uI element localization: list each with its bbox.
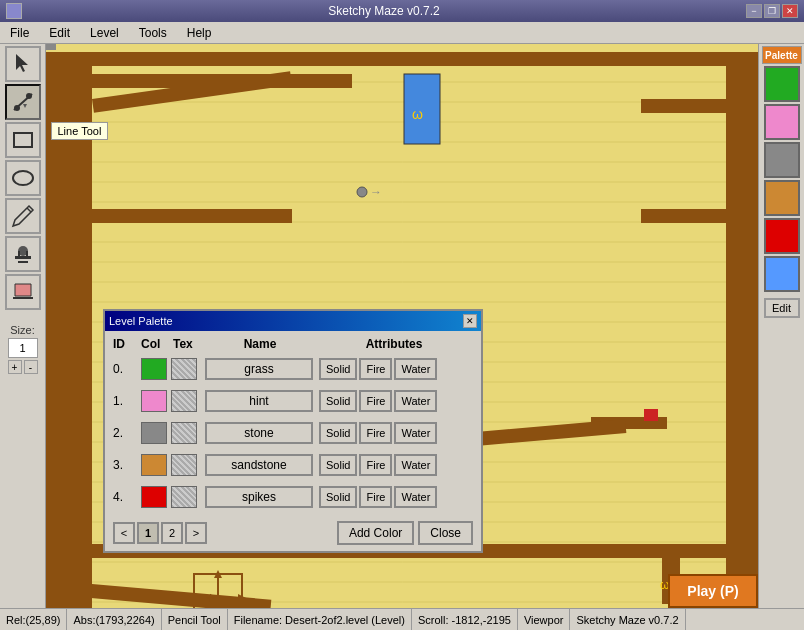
row-2-tex[interactable] xyxy=(171,422,197,444)
ellipse-tool-btn[interactable] xyxy=(5,160,41,196)
pencil-icon xyxy=(11,204,35,228)
row-0-water-btn[interactable]: Water xyxy=(394,358,437,380)
palette-color-orange[interactable] xyxy=(764,180,800,216)
svg-rect-16 xyxy=(92,74,352,88)
svg-text:✛: ✛ xyxy=(206,592,215,604)
close-dialog-btn[interactable]: Close xyxy=(418,521,473,545)
svg-marker-40 xyxy=(238,594,246,602)
row-1-color[interactable] xyxy=(141,390,167,412)
palette-row-3: 3. sandstone Solid Fire Water xyxy=(113,451,473,479)
palette-color-gray[interactable] xyxy=(764,142,800,178)
palette-header-label: Palette xyxy=(762,46,802,64)
svg-rect-26 xyxy=(641,99,726,113)
row-4-name-btn[interactable]: spikes xyxy=(205,486,313,508)
palette-row-4: 4. spikes Solid Fire Water xyxy=(113,483,473,511)
maximize-button[interactable]: ❐ xyxy=(764,4,780,18)
svg-text:ω: ω xyxy=(412,106,423,122)
row-1-fire-btn[interactable]: Fire xyxy=(359,390,392,412)
row-1-water-btn[interactable]: Water xyxy=(394,390,437,412)
menu-edit[interactable]: Edit xyxy=(43,24,76,42)
line-icon xyxy=(11,90,35,114)
canvas-area[interactable]: ω → ω xyxy=(46,44,758,608)
svg-point-2 xyxy=(26,93,32,99)
page-next-btn[interactable]: > xyxy=(185,522,207,544)
row-0-color[interactable] xyxy=(141,358,167,380)
row-4-id: 4. xyxy=(113,490,141,504)
rect-tool-btn[interactable] xyxy=(5,122,41,158)
palette-edit-btn[interactable]: Edit xyxy=(764,298,800,318)
dialog-header: ID Col Tex Name Attributes xyxy=(113,337,473,351)
row-3-color[interactable] xyxy=(141,454,167,476)
row-2-name-btn[interactable]: stone xyxy=(205,422,313,444)
palette-row-0: 0. grass Solid Fire Water xyxy=(113,355,473,383)
status-scroll: Scroll: -1812,-2195 xyxy=(412,609,518,630)
row-1-tex[interactable] xyxy=(171,390,197,412)
svg-rect-17 xyxy=(404,74,440,144)
row-3-fire-btn[interactable]: Fire xyxy=(359,454,392,476)
window-controls: − ❐ ✕ xyxy=(746,4,798,18)
row-4-solid-btn[interactable]: Solid xyxy=(319,486,357,508)
palette-row-2: 2. stone Solid Fire Water xyxy=(113,419,473,447)
row-2-color[interactable] xyxy=(141,422,167,444)
row-2-fire-btn[interactable]: Fire xyxy=(359,422,392,444)
rect-icon xyxy=(11,128,35,152)
row-0-fire-btn[interactable]: Fire xyxy=(359,358,392,380)
svg-rect-15 xyxy=(92,71,292,113)
row-3-tex[interactable] xyxy=(171,454,197,476)
svg-rect-28 xyxy=(91,584,272,608)
svg-rect-14 xyxy=(46,64,92,608)
minimize-button[interactable]: − xyxy=(746,4,762,18)
svg-rect-20 xyxy=(46,44,56,50)
row-4-color[interactable] xyxy=(141,486,167,508)
row-3-water-btn[interactable]: Water xyxy=(394,454,437,476)
menu-level[interactable]: Level xyxy=(84,24,125,42)
page-1-btn[interactable]: 1 xyxy=(137,522,159,544)
palette-color-pink[interactable] xyxy=(764,104,800,140)
row-1-name-btn[interactable]: hint xyxy=(205,390,313,412)
menu-file[interactable]: File xyxy=(4,24,35,42)
row-3-solid-btn[interactable]: Solid xyxy=(319,454,357,476)
header-name: Name xyxy=(205,337,315,351)
row-4-water-btn[interactable]: Water xyxy=(394,486,437,508)
pencil-tool-btn[interactable] xyxy=(5,198,41,234)
close-button[interactable]: ✕ xyxy=(782,4,798,18)
menu-help[interactable]: Help xyxy=(181,24,218,42)
size-plus-btn[interactable]: + xyxy=(8,360,22,374)
level-palette-dialog: Level Palette ✕ ID Col Tex Name Attribut… xyxy=(103,309,483,553)
row-1-id: 1. xyxy=(113,394,141,408)
size-value: 1 xyxy=(8,338,38,358)
svg-point-1 xyxy=(14,105,20,111)
add-color-btn[interactable]: Add Color xyxy=(337,521,414,545)
row-2-water-btn[interactable]: Water xyxy=(394,422,437,444)
dialog-title: Level Palette xyxy=(109,315,173,327)
row-0-solid-btn[interactable]: Solid xyxy=(319,358,357,380)
stamp-tool-btn[interactable] xyxy=(5,236,41,272)
row-0-name-btn[interactable]: grass xyxy=(205,358,313,380)
page-2-btn[interactable]: 2 xyxy=(161,522,183,544)
size-minus-btn[interactable]: - xyxy=(24,360,38,374)
dialog-close-btn[interactable]: ✕ xyxy=(463,314,477,328)
row-1-solid-btn[interactable]: Solid xyxy=(319,390,357,412)
status-filename: Filename: Desert-2of2.level (Level) xyxy=(228,609,412,630)
status-abs: Abs:(1793,2264) xyxy=(67,609,161,630)
palette-color-blue[interactable] xyxy=(764,256,800,292)
erase-tool-btn[interactable] xyxy=(5,274,41,310)
page-prev-btn[interactable]: < xyxy=(113,522,135,544)
status-rel: Rel:(25,89) xyxy=(0,609,67,630)
palette-color-red[interactable] xyxy=(764,218,800,254)
row-2-solid-btn[interactable]: Solid xyxy=(319,422,357,444)
play-button[interactable]: Play (P) xyxy=(668,574,758,608)
row-0-tex[interactable] xyxy=(171,358,197,380)
line-tool-btn[interactable]: Line Tool xyxy=(5,84,41,120)
row-4-fire-btn[interactable]: Fire xyxy=(359,486,392,508)
menu-tools[interactable]: Tools xyxy=(133,24,173,42)
palette-row-1: 1. hint Solid Fire Water xyxy=(113,387,473,415)
svg-rect-22 xyxy=(46,209,92,223)
svg-rect-24 xyxy=(726,64,758,608)
row-4-tex[interactable] xyxy=(171,486,197,508)
palette-color-green[interactable] xyxy=(764,66,800,102)
size-label: Size: xyxy=(10,324,34,336)
status-tool: Pencil Tool xyxy=(162,609,228,630)
pointer-tool-btn[interactable] xyxy=(5,46,41,82)
row-3-name-btn[interactable]: sandstone xyxy=(205,454,313,476)
